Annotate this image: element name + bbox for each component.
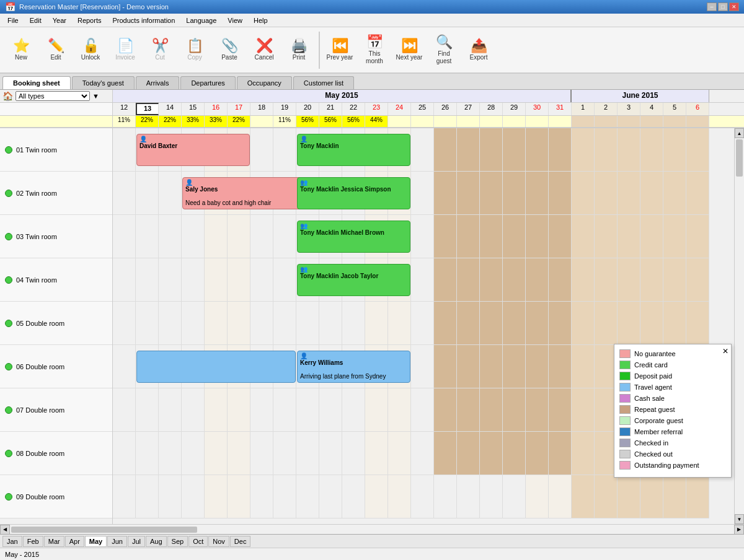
menu-item-language[interactable]: Language	[181, 15, 221, 25]
cell-r8-d8[interactable]	[296, 475, 319, 518]
cell-r5-d17[interactable]	[503, 345, 526, 388]
cell-r3-d23[interactable]	[640, 258, 663, 301]
day-cell-5[interactable]: 5	[663, 103, 686, 115]
room-type-select[interactable]: All types	[16, 91, 90, 101]
cell-r5-d20[interactable]	[572, 345, 595, 388]
cell-r7-d6[interactable]	[250, 432, 273, 475]
cell-r2-d0[interactable]	[113, 215, 136, 258]
cell-r2-d7[interactable]	[273, 215, 296, 258]
cell-r3-d4[interactable]	[205, 258, 228, 301]
menu-item-products-information[interactable]: Products information	[107, 15, 180, 25]
cell-r8-d13[interactable]	[411, 475, 434, 518]
cell-r2-d18[interactable]	[526, 215, 549, 258]
tab-booking-sheet[interactable]: Booking sheet	[2, 76, 71, 89]
cancel-button[interactable]: ❌Cancel	[248, 30, 280, 70]
cell-r5-d18[interactable]	[526, 345, 549, 388]
day-cell-25[interactable]: 25	[411, 103, 434, 115]
cell-r7-d5[interactable]	[228, 432, 250, 475]
cell-r4-d7[interactable]	[273, 302, 296, 344]
cell-r0-d13[interactable]	[411, 128, 434, 171]
cell-r0-d0[interactable]	[113, 128, 136, 171]
maximize-button[interactable]: □	[718, 2, 728, 11]
cell-r5-d19[interactable]	[549, 345, 572, 388]
cell-r0-d20[interactable]	[572, 128, 595, 171]
cell-r4-d8[interactable]	[296, 302, 319, 344]
cell-r3-d3[interactable]	[182, 258, 205, 301]
cell-r5-d0[interactable]	[113, 345, 136, 388]
cell-r1-d25[interactable]	[686, 172, 709, 214]
tab-today's-guest[interactable]: Today's guest	[72, 76, 135, 89]
reservation-r4[interactable]: 👥 Tony Macklin Jessica Simpson	[297, 177, 410, 209]
cell-r3-d13[interactable]	[411, 258, 434, 301]
cell-r7-d20[interactable]	[572, 432, 595, 475]
vertical-scrollbar[interactable]: ▲ ▼	[734, 128, 744, 524]
cell-r1-d15[interactable]	[457, 172, 480, 214]
day-cell-21[interactable]: 21	[319, 103, 342, 115]
bottom-tab-apr[interactable]: Apr	[65, 536, 84, 547]
cell-r8-d25[interactable]	[686, 475, 709, 518]
day-cell-12[interactable]: 12	[113, 103, 136, 115]
cell-r4-d18[interactable]	[526, 302, 549, 344]
cell-r1-d1[interactable]	[136, 172, 159, 214]
cell-r0-d21[interactable]	[595, 128, 618, 171]
scroll-down-arrow[interactable]: ▼	[735, 514, 744, 524]
cell-r4-d11[interactable]	[365, 302, 388, 344]
cell-r7-d13[interactable]	[411, 432, 434, 475]
cell-r4-d6[interactable]	[250, 302, 273, 344]
cell-r3-d18[interactable]	[526, 258, 549, 301]
tab-occupancy[interactable]: Occupancy	[237, 76, 292, 89]
invoice-button[interactable]: 📄Invoice	[109, 30, 141, 70]
cell-r4-d24[interactable]	[663, 302, 686, 344]
edit-button[interactable]: ✏️Edit	[40, 30, 72, 70]
cell-r2-d5[interactable]	[228, 215, 250, 258]
cell-r7-d2[interactable]	[159, 432, 182, 475]
tab-departures[interactable]: Departures	[180, 76, 235, 89]
menu-item-file[interactable]: File	[2, 15, 24, 25]
day-cell-14[interactable]: 14	[159, 103, 182, 115]
cell-r6-d11[interactable]	[365, 388, 388, 431]
cell-r2-d2[interactable]	[159, 215, 182, 258]
cell-r7-d15[interactable]	[457, 432, 480, 475]
day-cell-20[interactable]: 20	[296, 103, 319, 115]
day-cell-22[interactable]: 22	[342, 103, 365, 115]
cell-r3-d24[interactable]	[663, 258, 686, 301]
minimize-button[interactable]: –	[707, 2, 717, 11]
cell-r0-d25[interactable]	[686, 128, 709, 171]
cell-r4-d2[interactable]	[159, 302, 182, 344]
cell-r7-d8[interactable]	[296, 432, 319, 475]
cell-r0-d24[interactable]	[663, 128, 686, 171]
cell-r6-d8[interactable]	[296, 388, 319, 431]
cell-r8-d4[interactable]	[205, 475, 228, 518]
cell-r8-d22[interactable]	[618, 475, 640, 518]
cell-r1-d16[interactable]	[480, 172, 503, 214]
cell-r3-d7[interactable]	[273, 258, 296, 301]
cell-r2-d16[interactable]	[480, 215, 503, 258]
cell-r1-d24[interactable]	[663, 172, 686, 214]
cell-r0-d7[interactable]	[273, 128, 296, 171]
cell-r2-d25[interactable]	[686, 215, 709, 258]
day-cell-29[interactable]: 29	[503, 103, 526, 115]
cell-r3-d17[interactable]	[503, 258, 526, 301]
reservation-r6[interactable]: 👥 Tony Macklin Jacob Taylor	[297, 264, 410, 296]
day-cell-3[interactable]: 3	[618, 103, 640, 115]
tab-customer-list[interactable]: Customer list	[293, 76, 354, 89]
cell-r7-d1[interactable]	[136, 432, 159, 475]
cell-r2-d15[interactable]	[457, 215, 480, 258]
cell-r4-d22[interactable]	[618, 302, 640, 344]
cell-r1-d0[interactable]	[113, 172, 136, 214]
cell-r0-d15[interactable]	[457, 128, 480, 171]
cell-r2-d1[interactable]	[136, 215, 159, 258]
horizontal-scrollbar[interactable]: ◀ ▶	[0, 524, 744, 534]
cell-r2-d24[interactable]	[663, 215, 686, 258]
cell-r4-d19[interactable]	[549, 302, 572, 344]
cell-r2-d20[interactable]	[572, 215, 595, 258]
day-cell-28[interactable]: 28	[480, 103, 503, 115]
new-button[interactable]: ⭐New	[5, 30, 37, 70]
cell-r1-d2[interactable]	[159, 172, 182, 214]
bottom-tab-sep[interactable]: Sep	[167, 536, 188, 547]
cell-r4-d21[interactable]	[595, 302, 618, 344]
cell-r8-d20[interactable]	[572, 475, 595, 518]
cell-r3-d21[interactable]	[595, 258, 618, 301]
cell-r8-d16[interactable]	[480, 475, 503, 518]
cell-r7-d16[interactable]	[480, 432, 503, 475]
